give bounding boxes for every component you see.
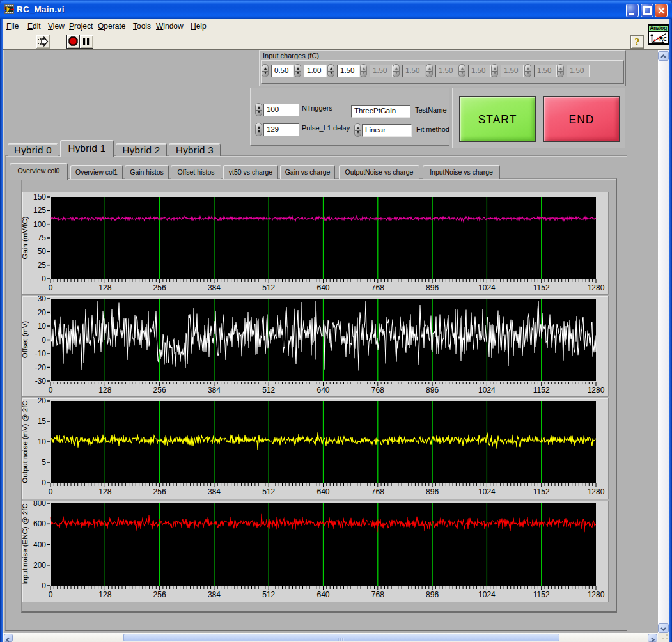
svg-text:384: 384 bbox=[208, 283, 221, 292]
svg-text:1152: 1152 bbox=[533, 283, 550, 292]
svg-text:256: 256 bbox=[153, 386, 166, 395]
svg-text:256: 256 bbox=[153, 283, 166, 292]
svg-text:200: 200 bbox=[33, 561, 46, 570]
svg-text:0: 0 bbox=[42, 581, 46, 590]
svg-text:20: 20 bbox=[38, 308, 47, 317]
svg-text:896: 896 bbox=[426, 590, 439, 599]
svg-text:384: 384 bbox=[208, 590, 221, 599]
svg-text:896: 896 bbox=[426, 283, 439, 292]
svg-text:768: 768 bbox=[371, 283, 384, 292]
svg-text:0: 0 bbox=[42, 336, 46, 345]
svg-text:Input noise (ENC) @ 2fC: Input noise (ENC) @ 2fC bbox=[22, 503, 29, 584]
svg-text:20: 20 bbox=[38, 398, 47, 405]
svg-text:896: 896 bbox=[426, 386, 439, 395]
svg-text:512: 512 bbox=[262, 283, 275, 292]
svg-text:Output noise (mV) @ 2fC: Output noise (mV) @ 2fC bbox=[22, 400, 29, 483]
svg-text:640: 640 bbox=[316, 283, 329, 292]
svg-text:0: 0 bbox=[49, 590, 53, 599]
svg-text:400: 400 bbox=[33, 540, 46, 549]
svg-text:1152: 1152 bbox=[533, 590, 550, 599]
svg-text:0: 0 bbox=[49, 487, 53, 496]
svg-text:0: 0 bbox=[49, 283, 53, 292]
svg-text:-30: -30 bbox=[35, 377, 47, 386]
svg-text:512: 512 bbox=[262, 590, 275, 599]
svg-text:256: 256 bbox=[153, 590, 166, 599]
svg-text:640: 640 bbox=[316, 590, 329, 599]
svg-text:128: 128 bbox=[98, 590, 111, 599]
svg-text:1280: 1280 bbox=[588, 386, 605, 395]
svg-text:10: 10 bbox=[38, 322, 47, 331]
svg-text:512: 512 bbox=[262, 386, 275, 395]
svg-text:640: 640 bbox=[316, 386, 329, 395]
svg-text:0: 0 bbox=[42, 274, 46, 283]
svg-text:1280: 1280 bbox=[588, 487, 605, 496]
svg-text:800: 800 bbox=[33, 501, 46, 508]
svg-text:1024: 1024 bbox=[478, 487, 496, 496]
svg-text:768: 768 bbox=[371, 487, 384, 496]
svg-text:768: 768 bbox=[371, 590, 384, 599]
svg-text:128: 128 bbox=[98, 283, 111, 292]
svg-text:384: 384 bbox=[208, 487, 221, 496]
svg-text:256: 256 bbox=[153, 487, 166, 496]
svg-text:Gain (mV/fC): Gain (mV/fC) bbox=[22, 216, 29, 259]
svg-text:128: 128 bbox=[98, 487, 111, 496]
svg-text:1024: 1024 bbox=[478, 283, 496, 292]
svg-text:30: 30 bbox=[38, 296, 47, 303]
svg-text:50: 50 bbox=[38, 247, 47, 256]
svg-text:512: 512 bbox=[262, 487, 275, 496]
svg-text:75: 75 bbox=[38, 233, 47, 242]
svg-text:15: 15 bbox=[38, 417, 47, 426]
svg-text:768: 768 bbox=[371, 386, 384, 395]
svg-text:896: 896 bbox=[426, 487, 439, 496]
svg-text:1280: 1280 bbox=[588, 283, 605, 292]
svg-text:-20: -20 bbox=[35, 363, 47, 372]
svg-text:100: 100 bbox=[33, 220, 46, 229]
svg-text:600: 600 bbox=[33, 519, 46, 528]
svg-text:125: 125 bbox=[33, 206, 46, 215]
svg-text:5: 5 bbox=[42, 458, 46, 467]
svg-text:150: 150 bbox=[33, 192, 46, 201]
svg-text:640: 640 bbox=[316, 487, 329, 496]
svg-text:10: 10 bbox=[38, 437, 47, 446]
svg-text:-10: -10 bbox=[35, 349, 47, 358]
svg-text:RC: RC bbox=[659, 36, 667, 42]
svg-text:128: 128 bbox=[98, 386, 111, 395]
svg-text:1024: 1024 bbox=[478, 590, 496, 599]
svg-text:1024: 1024 bbox=[478, 386, 496, 395]
svg-text:0: 0 bbox=[49, 386, 53, 395]
svg-text:25: 25 bbox=[38, 261, 47, 270]
svg-text:1280: 1280 bbox=[588, 590, 605, 599]
svg-text:384: 384 bbox=[208, 386, 221, 395]
svg-text:Offset (mV): Offset (mV) bbox=[22, 321, 29, 359]
svg-text:1152: 1152 bbox=[533, 487, 550, 496]
svg-text:1152: 1152 bbox=[533, 386, 550, 395]
svg-text:0: 0 bbox=[42, 478, 46, 487]
